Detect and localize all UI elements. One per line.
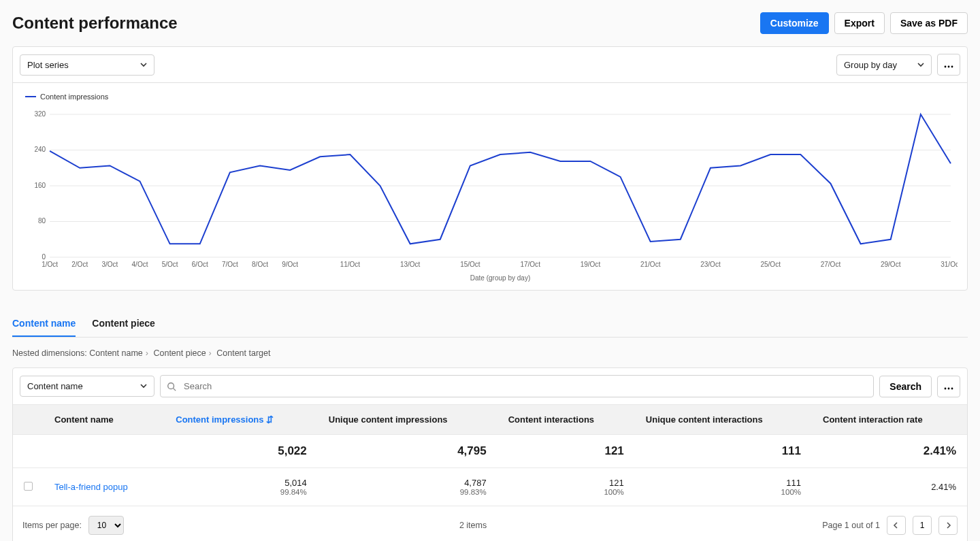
chevron-right-icon: ›	[206, 348, 214, 358]
chart-card: Plot series Group by day Content impress…	[12, 46, 968, 291]
plot-series-select[interactable]: Plot series	[20, 54, 154, 76]
search-icon	[167, 382, 176, 391]
svg-text:23/Oct: 23/Oct	[700, 261, 721, 268]
svg-text:1/Oct: 1/Oct	[42, 261, 58, 268]
total-unique-impressions: 4,795	[318, 435, 497, 468]
svg-point-1	[948, 66, 950, 68]
svg-point-37	[948, 387, 950, 389]
col-interaction-rate[interactable]: Content interaction rate	[812, 405, 967, 435]
svg-text:17/Oct: 17/Oct	[520, 261, 540, 268]
cell-unique-impressions: 4,78799.83%	[318, 468, 497, 506]
customize-button[interactable]: Customize	[760, 12, 829, 34]
svg-text:6/Oct: 6/Oct	[192, 261, 208, 268]
breadcrumb-item: Content name	[89, 348, 143, 358]
svg-text:25/Oct: 25/Oct	[760, 261, 781, 268]
chart-more-button[interactable]	[937, 54, 960, 76]
totals-row: 5,022 4,795 121 111 2.41%	[13, 435, 967, 468]
svg-point-34	[168, 382, 174, 389]
tab-content-name[interactable]: Content name	[12, 311, 76, 337]
total-unique-interactions: 111	[635, 435, 812, 468]
row-checkbox[interactable]	[24, 482, 33, 491]
svg-text:19/Oct: 19/Oct	[581, 261, 601, 268]
save-pdf-button[interactable]: Save as PDF	[890, 12, 968, 34]
legend-label: Content impressions	[40, 93, 108, 101]
total-rate: 2.41%	[812, 435, 967, 468]
tab-content-piece[interactable]: Content piece	[92, 311, 155, 337]
svg-text:7/Oct: 7/Oct	[222, 261, 238, 268]
more-icon	[944, 381, 953, 392]
svg-text:160: 160	[34, 182, 46, 189]
svg-line-35	[174, 388, 176, 391]
breadcrumb-label: Nested dimensions:	[12, 348, 87, 358]
col-checkbox	[13, 405, 44, 435]
chevron-down-icon	[140, 381, 147, 391]
line-chart: 0801602403201/Oct2/Oct3/Oct4/Oct5/Oct6/O…	[22, 108, 958, 284]
svg-text:15/Oct: 15/Oct	[460, 261, 480, 268]
svg-text:320: 320	[34, 110, 46, 118]
group-by-label: Group by day	[844, 60, 897, 70]
dimension-select[interactable]: Content name	[20, 376, 154, 397]
svg-text:8/Oct: 8/Oct	[252, 261, 268, 268]
row-link[interactable]: Tell-a-friend popup	[54, 482, 128, 492]
col-impressions[interactable]: Content impressions ⇵	[165, 405, 318, 435]
svg-text:Date (group by day): Date (group by day)	[470, 274, 531, 282]
chart-legend: Content impressions	[22, 93, 958, 101]
page-input[interactable]	[913, 516, 932, 535]
col-unique-impressions[interactable]: Unique content impressions	[318, 405, 497, 435]
more-icon	[944, 59, 953, 70]
svg-text:9/Oct: 9/Oct	[282, 261, 298, 268]
svg-text:31/Oct: 31/Oct	[941, 261, 958, 268]
data-table: Content name Content impressions ⇵ Uniqu…	[13, 404, 967, 506]
svg-point-36	[945, 387, 947, 389]
table-more-button[interactable]	[937, 376, 960, 397]
svg-text:21/Oct: 21/Oct	[640, 261, 661, 268]
breadcrumb-item: Content target	[216, 348, 270, 358]
page-title: Content performance	[12, 14, 178, 33]
search-button[interactable]: Search	[879, 376, 932, 397]
total-impressions: 5,022	[165, 435, 318, 468]
dimension-label: Content name	[27, 381, 83, 391]
items-per-page-label: Items per page:	[22, 521, 82, 530]
breadcrumb-item: Content piece	[153, 348, 206, 358]
svg-text:13/Oct: 13/Oct	[400, 261, 421, 268]
next-page-button[interactable]	[938, 516, 958, 535]
svg-text:29/Oct: 29/Oct	[881, 261, 901, 268]
cell-unique-interactions: 111100%	[635, 468, 812, 506]
svg-text:80: 80	[38, 218, 46, 225]
col-unique-interactions[interactable]: Unique content interactions	[635, 405, 812, 435]
prev-page-button[interactable]	[887, 516, 906, 535]
breadcrumb: Nested dimensions: Content name› Content…	[12, 348, 968, 358]
cell-impressions: 5,01499.84%	[165, 468, 318, 506]
table-row: Tell-a-friend popup 5,01499.84% 4,78799.…	[13, 468, 967, 506]
svg-text:11/Oct: 11/Oct	[340, 261, 361, 268]
svg-text:0: 0	[42, 253, 46, 261]
chevron-down-icon	[140, 60, 147, 70]
sort-icon: ⇵	[266, 414, 274, 425]
chevron-right-icon: ›	[143, 348, 151, 358]
group-by-select[interactable]: Group by day	[836, 54, 932, 76]
plot-series-label: Plot series	[27, 60, 69, 70]
svg-point-0	[945, 66, 947, 68]
export-button[interactable]: Export	[834, 12, 885, 34]
total-interactions: 121	[497, 435, 635, 468]
legend-line-icon	[25, 96, 36, 97]
chevron-down-icon	[917, 60, 924, 70]
col-name[interactable]: Content name	[44, 405, 165, 435]
cell-interactions: 121100%	[497, 468, 635, 506]
search-input[interactable]	[160, 375, 874, 397]
item-count: 2 items	[459, 521, 487, 530]
svg-point-38	[951, 387, 953, 389]
svg-text:5/Oct: 5/Oct	[162, 261, 178, 268]
svg-text:27/Oct: 27/Oct	[821, 261, 841, 268]
items-per-page-select[interactable]: 10	[88, 516, 124, 535]
svg-text:240: 240	[34, 146, 46, 154]
table-card: Content name Search Content name Content…	[12, 367, 968, 541]
svg-text:2/Oct: 2/Oct	[71, 261, 88, 268]
page-info: Page 1 out of 1	[822, 521, 880, 530]
svg-text:3/Oct: 3/Oct	[101, 261, 118, 268]
col-interactions[interactable]: Content interactions	[497, 405, 635, 435]
svg-text:4/Oct: 4/Oct	[132, 261, 148, 268]
svg-point-2	[951, 66, 953, 68]
cell-rate: 2.41%	[812, 468, 967, 506]
